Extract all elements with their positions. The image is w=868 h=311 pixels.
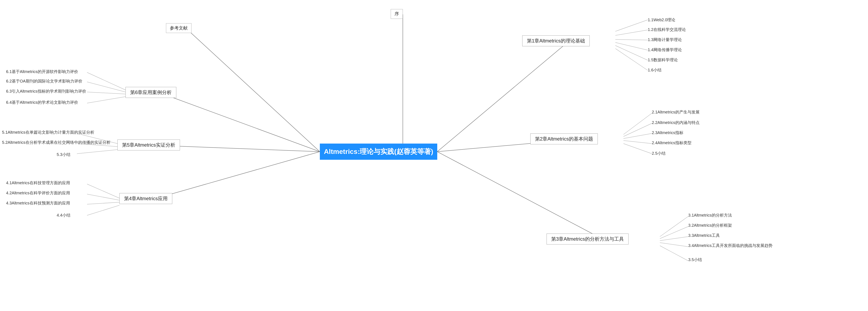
- ch2-leaf-3: 2.3Altmetrics指标: [652, 129, 683, 136]
- ch6-label: 第6章应用案例分析: [130, 90, 172, 95]
- xu-box: 序: [391, 9, 403, 19]
- ch1-leaf-2: 1.2在线科学交流理论: [648, 26, 686, 33]
- ch2-leaf-4: 2.4Altmetrics指标类型: [652, 140, 691, 146]
- svg-line-12: [660, 227, 688, 239]
- svg-line-5: [615, 48, 648, 70]
- ch6-leaf-3: 6.3引入Altmetrics指标的学术期刊影响力评价: [6, 88, 86, 95]
- ch4-leaf-4: 4.4小结: [57, 212, 70, 218]
- ch4-leaf-1: 4.1Altmetrics在科技管理方面的应用: [6, 179, 70, 186]
- ch6-leaf-1: 6.1基于Altmetrics的开源软件影响力评价: [6, 68, 78, 75]
- center-node: Altmetrics:理论与实践(赵蓉英等著): [320, 144, 437, 160]
- svg-line-17: [87, 194, 119, 200]
- ch2-node: 第2章Altmetrics的基本问题: [530, 134, 598, 144]
- svg-line-10: [623, 144, 652, 154]
- ch1-leaf-1: 1.1Web2.0理论: [648, 16, 675, 23]
- ch2-leaf-1: 2.1Altmetrics的产生与发展: [652, 109, 700, 115]
- svg-line-1: [615, 30, 648, 35]
- svg-line-19: [87, 205, 119, 215]
- cankao-box: 参考文献: [166, 23, 191, 33]
- svg-line-2: [615, 39, 648, 40]
- svg-line-4: [615, 45, 648, 60]
- svg-line-16: [87, 184, 119, 198]
- center-label: Altmetrics:理论与实践(赵蓉英等著): [320, 144, 437, 160]
- svg-line-6: [623, 113, 652, 135]
- ch2-label: 第2章Altmetrics的基本问题: [535, 136, 593, 142]
- ch1-leaf-3: 1.3网络计量学理论: [648, 36, 682, 43]
- svg-line-15: [660, 246, 688, 261]
- ch4-leaf-2: 4.2Altmetrics在科学评价方面的应用: [6, 190, 70, 196]
- xu-node: 序: [391, 9, 403, 19]
- ch5-leaf-3: 5.3小结: [57, 151, 70, 158]
- ch3-node: 第3章Altmetrics的分析方法与工具: [547, 234, 628, 244]
- ch4-node: 第4章Altmetrics应用: [119, 193, 172, 204]
- ch2-leaf-2: 2.2Altmetrics的内涵与特点: [652, 119, 700, 126]
- ch3-box: 第3章Altmetrics的分析方法与工具: [547, 234, 628, 244]
- svg-line-13: [660, 237, 688, 241]
- svg-line-11: [660, 216, 688, 237]
- svg-line-26: [87, 97, 125, 103]
- ch1-leaf-4: 1.4网络传播学理论: [648, 46, 682, 53]
- svg-line-14: [660, 243, 688, 247]
- ch6-box: 第6章应用案例分析: [125, 87, 176, 98]
- ch4-leaf-3: 4.3Altmetrics在科技预测方面的应用: [6, 200, 70, 206]
- svg-line-3: [615, 42, 648, 50]
- ch1-leaf-5: 1.5数据科学理论: [648, 57, 678, 63]
- ch5-leaf-2: 5.2Altmetrics在分析学术成果在社交网络中的传播的实证分析: [2, 139, 111, 146]
- svg-line-18: [87, 202, 119, 204]
- svg-line-25: [87, 92, 125, 94]
- ch3-label: 第3章Altmetrics的分析方法与工具: [551, 236, 624, 242]
- svg-line-7: [623, 123, 652, 137]
- ch4-box: 第4章Altmetrics应用: [119, 193, 172, 204]
- svg-line-22: [77, 150, 117, 154]
- svg-line-8: [623, 134, 652, 139]
- xu-label: 序: [395, 11, 399, 16]
- ch2-box: 第2章Altmetrics的基本问题: [530, 134, 598, 144]
- ch1-label: 第1章Altmetrics的理论基础: [527, 38, 585, 43]
- center-text: Altmetrics:理论与实践(赵蓉英等著): [324, 147, 433, 156]
- ch5-box: 第5章Altmetrics实证分析: [117, 140, 180, 150]
- ch4-label: 第4章Altmetrics应用: [124, 196, 167, 201]
- ch1-leaf-6: 1.6小结: [648, 67, 661, 73]
- ch5-leaf-1: 5.1Altmetrics在单篇论文影响力计量方面的实证分析: [2, 129, 94, 136]
- ch1-node: 第1章Altmetrics的理论基础: [522, 35, 590, 46]
- cankao-node: 参考文献: [166, 23, 191, 33]
- ch6-leaf-2: 6.2基于OA期刊的国际论文学术影响力评价: [6, 78, 83, 84]
- ch3-leaf-1: 3.1Altmetrics的分析方法: [688, 212, 732, 218]
- svg-line-9: [623, 141, 652, 144]
- ch1-box: 第1章Altmetrics的理论基础: [522, 35, 590, 46]
- ch6-node: 第6章应用案例分析: [125, 87, 176, 98]
- ch6-leaf-4: 6.4基于Altmetrics的学术论文影响力评价: [6, 99, 78, 106]
- ch3-leaf-5: 3.5小结: [688, 256, 702, 263]
- svg-line-24: [87, 82, 125, 92]
- ch3-leaf-4: 3.4Altmetrics工具开发所面临的挑战与发展趋势: [688, 242, 772, 249]
- cankao-label: 参考文献: [170, 26, 188, 31]
- ch2-leaf-5: 2.5小结: [652, 150, 665, 157]
- ch3-leaf-2: 3.2Altmetrics的分析框架: [688, 222, 732, 229]
- ch3-leaf-3: 3.3Altmetrics工具: [688, 232, 720, 239]
- svg-line-0: [615, 20, 648, 31]
- svg-line-23: [87, 72, 125, 90]
- ch5-label: 第5章Altmetrics实证分析: [122, 142, 175, 148]
- ch5-node: 第5章Altmetrics实证分析: [117, 140, 180, 150]
